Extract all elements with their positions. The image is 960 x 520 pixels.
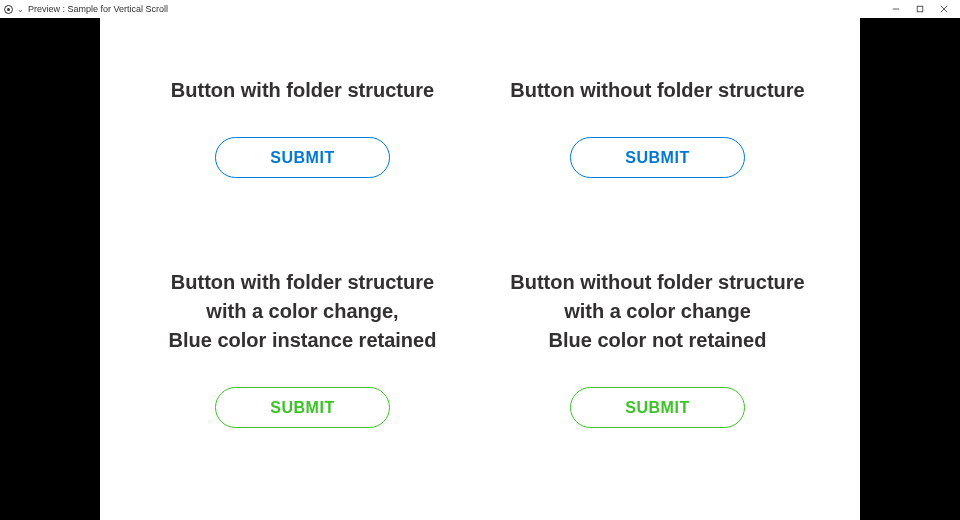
submit-label: SUBMIT	[270, 149, 334, 167]
chevron-down-icon[interactable]: ⌄	[17, 5, 24, 14]
cell-bottom-right: Button without folder structure with a c…	[495, 268, 820, 428]
submit-label: SUBMIT	[270, 399, 334, 417]
titlebar-left: ⌄ Preview : Sample for Vertical Scroll	[4, 4, 884, 14]
heading-top-left: Button with folder structure	[171, 76, 434, 105]
submit-label: SUBMIT	[625, 399, 689, 417]
window-title: Preview : Sample for Vertical Scroll	[28, 4, 168, 14]
titlebar: ⌄ Preview : Sample for Vertical Scroll	[0, 0, 960, 18]
submit-button-top-right[interactable]: SUBMIT	[570, 137, 745, 178]
cell-bottom-left: Button with folder structure with a colo…	[140, 268, 465, 428]
window-controls	[884, 0, 956, 18]
heading-top-right: Button without folder structure	[510, 76, 804, 105]
heading-bottom-right: Button without folder structure with a c…	[510, 268, 804, 355]
minimize-button[interactable]	[884, 0, 908, 18]
cell-top-right: Button without folder structure SUBMIT	[495, 76, 820, 178]
close-button[interactable]	[932, 0, 956, 18]
submit-button-top-left[interactable]: SUBMIT	[215, 137, 390, 178]
canvas: Button with folder structure SUBMIT Butt…	[100, 18, 860, 520]
record-icon	[4, 5, 13, 14]
window: ⌄ Preview : Sample for Vertical Scroll B…	[0, 0, 960, 520]
heading-bottom-left: Button with folder structure with a colo…	[169, 268, 437, 355]
submit-button-bottom-right[interactable]: SUBMIT	[570, 387, 745, 428]
grid: Button with folder structure SUBMIT Butt…	[140, 48, 820, 428]
maximize-button[interactable]	[908, 0, 932, 18]
cursor-icon: ↖	[41, 180, 50, 193]
content-wrap: Button with folder structure SUBMIT Butt…	[0, 18, 960, 520]
submit-label: SUBMIT	[625, 149, 689, 167]
cell-top-left: Button with folder structure SUBMIT	[140, 76, 465, 178]
svg-rect-1	[917, 6, 923, 12]
submit-button-bottom-left[interactable]: SUBMIT	[215, 387, 390, 428]
